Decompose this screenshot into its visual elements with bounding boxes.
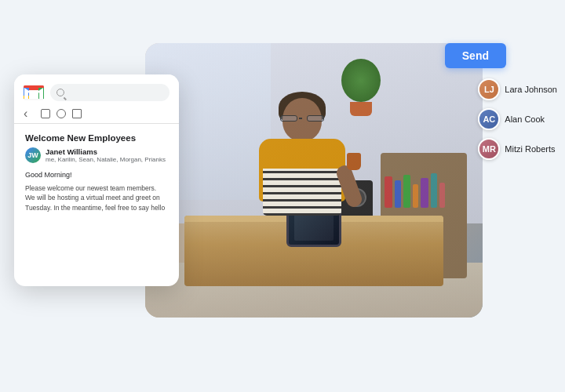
recipients-panel: LJ Lara Johnson AC Alan Cook MR Mitzi Ro… bbox=[478, 78, 557, 160]
recipient-row-1: LJ Lara Johnson bbox=[478, 78, 557, 100]
email-text: Please welcome our newest team members. … bbox=[25, 183, 168, 212]
recipient-name-2: Alan Cook bbox=[505, 114, 545, 124]
archive-icon[interactable] bbox=[41, 109, 50, 118]
delete-icon[interactable] bbox=[72, 109, 82, 118]
sender-recipients: me, Karilin, Sean, Natalie, Morgan, Pria… bbox=[46, 156, 168, 163]
email-body: Good Morning! Please welcome our newest … bbox=[14, 166, 179, 219]
gmail-logo-icon bbox=[24, 84, 44, 101]
recipient-avatar-2: AC bbox=[478, 108, 500, 130]
recipient-name-3: Mitzi Roberts bbox=[505, 144, 555, 154]
refresh-icon[interactable] bbox=[56, 109, 66, 118]
divider bbox=[14, 123, 179, 124]
send-button[interactable]: Send bbox=[445, 43, 506, 68]
recipient-avatar-1: LJ bbox=[478, 78, 500, 100]
gmail-search-bar[interactable] bbox=[50, 84, 170, 101]
sender-name: Janet Williams bbox=[46, 147, 168, 156]
back-icon[interactable] bbox=[24, 110, 35, 118]
gmail-header bbox=[14, 74, 179, 107]
search-icon bbox=[56, 89, 64, 96]
recipient-avatar-3: MR bbox=[478, 138, 500, 160]
recipient-row-2: AC Alan Cook bbox=[478, 108, 557, 130]
email-subject: Welcome New Employees bbox=[14, 130, 179, 146]
gmail-toolbar bbox=[14, 107, 179, 123]
recipient-name-1: Lara Johnson bbox=[505, 85, 557, 94]
email-greeting: Good Morning! bbox=[25, 171, 168, 179]
recipient-row-3: MR Mitzi Roberts bbox=[478, 138, 557, 160]
background-photo bbox=[145, 43, 483, 318]
sender-row: JW Janet Williams me, Karilin, Sean, Nat… bbox=[14, 146, 179, 166]
sender-info: Janet Williams me, Karilin, Sean, Natali… bbox=[46, 147, 168, 163]
person-illustration bbox=[239, 98, 365, 263]
sender-avatar: JW bbox=[25, 147, 41, 163]
gmail-panel: Welcome New Employees JW Janet Williams … bbox=[14, 74, 179, 286]
